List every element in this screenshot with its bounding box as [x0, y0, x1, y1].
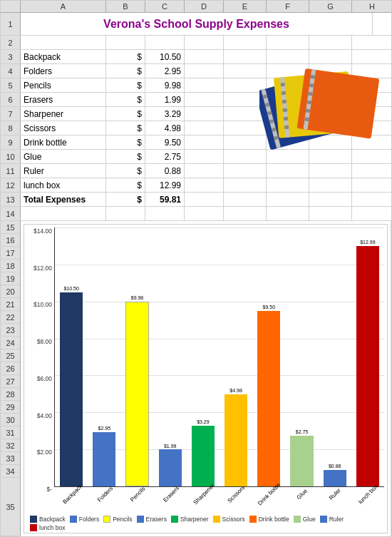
cell-14g: [309, 207, 352, 220]
cell-12e: [224, 178, 267, 192]
cell-14h: [352, 207, 392, 220]
cell-4c: 2.95: [145, 64, 185, 78]
row-num-30: 30: [1, 414, 20, 426]
cell-11c: 0.88: [145, 164, 185, 178]
legend-color-box: [320, 516, 327, 523]
row-num-3: 3: [1, 50, 21, 63]
svg-rect-11: [282, 91, 286, 96]
cell-6d: [185, 93, 224, 106]
bar-value-label-6: $9.50: [263, 305, 276, 310]
bars-and-xlabels: $10.50$2.95$9.98$1.99$3.29$4.98$9.50$2.7…: [54, 227, 384, 514]
bar-value-label-2: $9.98: [131, 295, 144, 300]
cell-10d: [185, 150, 224, 163]
bar-rect-7: [290, 436, 313, 486]
row-11: 11 Ruler $ 0.88: [1, 164, 391, 178]
x-label-5: Scissors: [227, 484, 247, 504]
cell-7c: 3.29: [145, 107, 185, 121]
legend-label: lunch box: [39, 524, 65, 531]
bar-value-label-1: $2.95: [98, 426, 111, 431]
cell-5d: [185, 78, 224, 92]
y-label-0: $-: [46, 486, 52, 493]
row-2: 2: [1, 36, 391, 50]
legend-label: Scissors: [222, 516, 245, 523]
legend-color-box: [70, 516, 77, 523]
row-num-29: 29: [1, 401, 20, 414]
row-num-2: 2: [1, 36, 21, 49]
legend-color-box: [30, 524, 37, 531]
column-headers: A B C D E F G H: [1, 1, 391, 13]
cell-13b: $: [106, 193, 145, 206]
chart-rows: 15 16 17 18 19 20 21 22 23 24 25 26 27 2…: [1, 221, 391, 536]
col-header-e: E: [224, 1, 267, 12]
bars-container: $10.50$2.95$9.98$1.99$3.29$4.98$9.50$2.7…: [54, 227, 384, 487]
bar-value-label-4: $3.29: [197, 419, 210, 424]
row-num-26: 26: [1, 362, 20, 375]
svg-rect-19: [309, 83, 314, 88]
cell-12a: lunch box: [21, 178, 106, 192]
y-label-14: $14.00: [33, 227, 52, 235]
col-header-g: G: [309, 1, 352, 12]
cell-14c: [145, 207, 185, 220]
y-label-6: $6.00: [37, 375, 52, 382]
cell-8b: $: [106, 121, 145, 135]
legend-item-glue: Glue: [294, 516, 316, 523]
cell-12h: [352, 178, 392, 192]
cell-3g: [309, 50, 352, 63]
cell-3a: Backpack: [21, 50, 106, 63]
cell-13d: [185, 193, 224, 206]
row-num-27: 27: [1, 375, 20, 388]
y-label-10: $10.00: [33, 301, 52, 308]
cell-14b: [106, 207, 145, 220]
cell-5b: $: [106, 78, 145, 92]
legend-label: Sharpener: [180, 516, 209, 523]
cell-2a: [21, 36, 106, 49]
cell-2d: [185, 36, 224, 49]
col-header-h: H: [352, 1, 392, 12]
cell-2b: [106, 36, 145, 49]
svg-rect-10: [281, 83, 285, 87]
x-label-2: Pencils: [129, 486, 147, 503]
cell-11d: [185, 164, 224, 178]
row-3: 3 Backpack $ 10.50: [1, 50, 391, 64]
bar-value-label-0: $10.50: [63, 286, 78, 291]
row-num-16: 16: [1, 234, 20, 247]
bar-value-label-8: $0.88: [329, 464, 341, 469]
cell-14a: [21, 207, 106, 220]
row-num-12: 12: [1, 178, 21, 192]
legend-label: Pencils: [113, 516, 132, 523]
row-num-18: 18: [1, 260, 20, 272]
cell-3f: [267, 50, 309, 63]
legend-item-sharpener: Sharpener: [171, 516, 209, 523]
legend-item-ruler: Ruler: [320, 516, 344, 523]
row-14: 14: [1, 207, 391, 221]
cell-13h: [352, 193, 392, 206]
bar-rect-9: [356, 246, 379, 486]
cell-4b: $: [106, 64, 145, 78]
bar-erasers: $1.99: [154, 227, 187, 486]
row-num-13: 13: [1, 193, 21, 206]
y-label-12: $12.00: [33, 265, 52, 272]
bar-chart: $14.00 $12.00 $10.00 $8.00 $6.00 $4.00 $…: [24, 224, 388, 533]
svg-rect-18: [310, 75, 315, 79]
bar-rect-6: [257, 311, 280, 486]
cell-2e: [224, 36, 267, 49]
cell-8d: [185, 121, 224, 135]
cell-12g: [309, 178, 352, 192]
row-num-col-header: [1, 1, 21, 12]
legend-item-pencils: Pencils: [103, 516, 132, 523]
x-axis-labels: BackpackFoldersPencilsErasersSharpenerSc…: [54, 487, 384, 514]
legend-color-box: [249, 516, 257, 523]
row-num-34: 34: [1, 465, 20, 478]
svg-rect-13: [283, 108, 287, 113]
row-12: 12 lunch box $ 12.99: [1, 178, 391, 193]
cell-4a: Folders: [21, 64, 106, 78]
x-label-3: Erasers: [162, 485, 180, 503]
bar-lunch-box: $12.99: [351, 227, 384, 486]
row-num-15: 15: [1, 221, 20, 234]
notebook-image: [259, 68, 384, 164]
bar-sharpener: $3.29: [187, 227, 220, 486]
row-num-9: 9: [1, 135, 21, 149]
cell-6a: Erasers: [21, 93, 106, 106]
bar-pencils: $9.98: [120, 227, 153, 486]
row-num-28: 28: [1, 388, 20, 401]
